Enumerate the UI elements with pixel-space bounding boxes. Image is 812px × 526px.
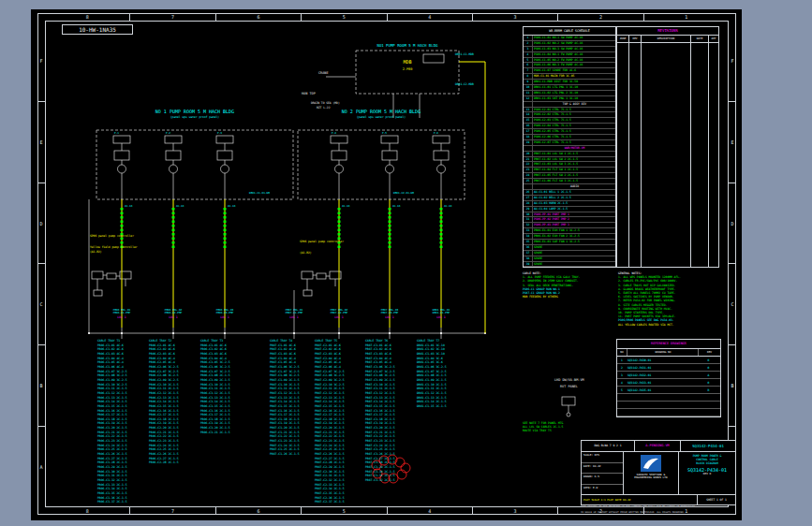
drawn-field: DRAWN: K.S bbox=[582, 474, 623, 485]
sheet-field: SHEET 1 OF 1 bbox=[697, 495, 735, 504]
grid-col-label: 7 bbox=[129, 507, 214, 515]
disclaimer-line-1: THIS DRAWING IS THE PROPERTY OF THE COMP… bbox=[581, 506, 736, 509]
table-row bbox=[617, 394, 720, 402]
cad-drawing-view: 87654321 87654321 FEDCBA FEDCBA bbox=[0, 0, 812, 526]
top-unit-title: NO1 PUMP ROOM 5 M HACH BLDG bbox=[356, 43, 459, 48]
panel-cluster: PB06 PNL-03PB06-C3-PMPLVL 1 bbox=[200, 309, 249, 319]
grid-col-label: 4 bbox=[387, 13, 472, 21]
controller-1-label2: Yellow field pump controller bbox=[90, 245, 138, 249]
note-line: ALL YELLOW CABLES ROUTED VIA MCT. bbox=[618, 323, 721, 327]
line-tag: 4C-16 bbox=[176, 204, 184, 208]
controller-1-label: SP06 panel pump controller bbox=[90, 234, 134, 238]
grid-row-label: A bbox=[37, 426, 45, 507]
date-field: DATE: 04-22 bbox=[582, 463, 623, 475]
line-tag: 4C-16 bbox=[342, 204, 349, 208]
lhd-panel-label: RVT PANEL bbox=[560, 385, 578, 388]
revisions-headers: ZONE REV DESCRIPTION DATE APP bbox=[617, 36, 718, 43]
cable-entry: PB07-C1-26 2C-1.5 bbox=[270, 452, 320, 457]
grid-col-label: 3 bbox=[472, 507, 557, 515]
cable-list-6: CABLE TRAY T6PB07-C3-01 4C-6PB07-C3-02 4… bbox=[365, 339, 416, 483]
table-row: 4 SQ3142-P433-01 0 bbox=[617, 379, 720, 387]
cable-entry: PB06-C3-21 2C-1.5 bbox=[200, 431, 251, 435]
grid-col-label: 5 bbox=[301, 13, 386, 21]
revisions-body bbox=[617, 43, 718, 267]
grid-row-label: D bbox=[729, 183, 736, 264]
feeder-label-1: DB01-C1-MDB bbox=[455, 52, 474, 56]
grid-ref-left: FEDCBA bbox=[37, 21, 45, 507]
revisions-table: REVISIONS ZONE REV DESCRIPTION DATE APP bbox=[616, 26, 719, 268]
dwg-ref: DWG BLNA 7 9 2 1 bbox=[582, 441, 634, 451]
line-tag: 4C-16 bbox=[228, 204, 235, 208]
sail-logo-icon bbox=[641, 455, 661, 472]
title-block-bottom-row: PLOT SCALE 1:1 PLOT DATE 04-22 SHEET 1 O… bbox=[582, 494, 735, 504]
cable-list-4: CABLE TRAY T4PB07-C1-01 4C-6PB07-C1-02 4… bbox=[270, 339, 320, 457]
grid-col-label: 2 bbox=[557, 13, 642, 21]
cable-list-3: CABLE TRAY T3PB06-C3-01 4C-6PB06-C3-02 4… bbox=[200, 339, 251, 434]
cable-schedule-rows: 1 PS06-C1-01 NO.1 SW PUMP 4C-16 2 PS06-C… bbox=[524, 36, 615, 267]
controller-2-label2: (A1-B2) bbox=[300, 251, 312, 255]
controller-1-label3: (A1-B2) bbox=[90, 250, 102, 254]
grid-col-label: 3 bbox=[472, 13, 557, 21]
company-logo bbox=[641, 455, 661, 472]
cable-notes: CABLE NOTE:1. ALL PUMP FEEDERS VIA GALV … bbox=[523, 271, 613, 299]
grid-row-label: B bbox=[729, 344, 736, 426]
line-tag: 4C-16 bbox=[444, 204, 451, 208]
small-notes: SEE NOTE 7 FOR PANEL MTGALL LVL SW CABLE… bbox=[523, 421, 613, 433]
grid-col-label: 6 bbox=[215, 507, 301, 515]
han-top-label: HAN TOP bbox=[302, 92, 316, 95]
grid-row-label: E bbox=[729, 101, 736, 183]
grid-row-label: C bbox=[729, 263, 736, 344]
note-line: ROUTE VIA TRAY T5 bbox=[523, 429, 613, 432]
unit-tag: P-3 bbox=[217, 131, 222, 135]
table-row: 3 SQ3142-P432-01 A bbox=[617, 372, 720, 379]
cable-schedule-header: WB-BBRM CABLE SCHEDULE bbox=[524, 27, 615, 36]
unit-tag: P-1 bbox=[114, 131, 119, 135]
grid-ref-top: 87654321 bbox=[45, 13, 729, 21]
unit-tag: P-4 bbox=[332, 131, 336, 135]
mid-cable-label: DB01-C1-01-DB bbox=[249, 191, 270, 195]
grid-col-label: 1 bbox=[643, 13, 729, 21]
grid-row-label: B bbox=[37, 344, 45, 426]
controller-2-label: SP06 panel pump controller bbox=[300, 240, 344, 243]
line-tag: 4C-16 bbox=[392, 204, 400, 208]
cable-list-2: CABLE TRAY T2PB06-C2-01 4C-6PB06-C2-02 4… bbox=[149, 339, 199, 465]
mid-cable-label: DB01-C2-01-DB bbox=[393, 191, 414, 195]
panel-cluster: PB06 PNL-02PB06-C2-PMPLVL 1 bbox=[149, 309, 198, 319]
mdb-sub-label: 2-P80 bbox=[356, 67, 459, 71]
drawing-title-block: PUMP ROOM POWER & CONTROL CABLE BLOCK DI… bbox=[679, 452, 735, 494]
table-row: 39 SPARE bbox=[524, 262, 615, 268]
feeder-label-2: DB01-C2-MDB bbox=[455, 82, 474, 86]
reference-drawings-table: REFERENCE DRAWINGS NO DRAWING NO REV 1 S… bbox=[616, 339, 721, 417]
sheet-ref-box: 10-HW-1NA35 bbox=[62, 24, 133, 35]
grid-col-label: 5 bbox=[301, 507, 386, 515]
cable-entry: PB07-C3-32 2C-1.5 bbox=[365, 478, 416, 483]
grid-col-label: 6 bbox=[215, 13, 301, 21]
cable-schedule-table: WB-BBRM CABLE SCHEDULE 1 PS06-C1-01 NO.1… bbox=[523, 26, 616, 268]
grid-col-label: 8 bbox=[45, 507, 129, 515]
title-block-fields: SCALE: NTS DATE: 04-22 DRAWN: K.S APPD: … bbox=[582, 452, 624, 494]
unit-tag: P-2 bbox=[166, 131, 170, 135]
status-badge: A-PENDING-VM bbox=[634, 441, 680, 451]
title-block: DWG BLNA 7 9 2 1 A-PENDING-VM SQ3142-P43… bbox=[581, 440, 736, 505]
note-line: MDB FEEDERS BY OTHERS bbox=[523, 295, 613, 299]
grid-row-label: F bbox=[729, 21, 736, 101]
cable-list-7: CABLE TRAY T7DB01-C1-01 3C-10DB01-C1-02 … bbox=[417, 339, 467, 409]
pump-group-1-subtitle: (panel wps water proof panel) bbox=[96, 115, 293, 119]
crane-label: CRANE bbox=[318, 71, 329, 75]
company-name-2: ENGINEERING WORKS LTD bbox=[624, 476, 678, 479]
pump-group-1-title: NO 1 PUMP ROOM 5 M HACH BLDG bbox=[96, 109, 293, 114]
reference-drawings-rows: 1 SQ3142-P430-01 0 2 SQ3142-P431-01 0 3 … bbox=[617, 357, 720, 416]
company-block: KARACHI SHIPYARD & ENGINEERING WORKS LTD bbox=[624, 452, 679, 494]
title-block-top-row: DWG BLNA 7 9 2 1 A-PENDING-VM SQ3142-P43… bbox=[582, 441, 735, 452]
cable-list-5: CABLE TRAY T5PB07-C2-01 4C-6PB07-C2-02 4… bbox=[315, 339, 365, 504]
cable-entry: PB06-C1-37 2C-1.5 bbox=[97, 500, 148, 504]
disclaimer-line-2: IN WHOLE OR IN PART WITHOUT PRIOR WRITTE… bbox=[581, 512, 736, 515]
grid-col-label: 8 bbox=[45, 13, 129, 21]
table-row: 5 SQ3142-P435-01 B bbox=[617, 387, 720, 394]
panel-cluster: PB07 PNL-02PB07-C2-PMPLVL 1 bbox=[315, 309, 363, 319]
pump-group-2-subtitle: (panel wps water proof panel) bbox=[298, 115, 465, 119]
panel-cluster: PB06 PNL-01PB06-C1-PMPLVL 1 bbox=[97, 309, 146, 319]
unit-tag: P-5 bbox=[382, 131, 387, 135]
grid-row-label: F bbox=[37, 21, 45, 101]
grid-ref-right: FEDCBA bbox=[729, 21, 736, 507]
